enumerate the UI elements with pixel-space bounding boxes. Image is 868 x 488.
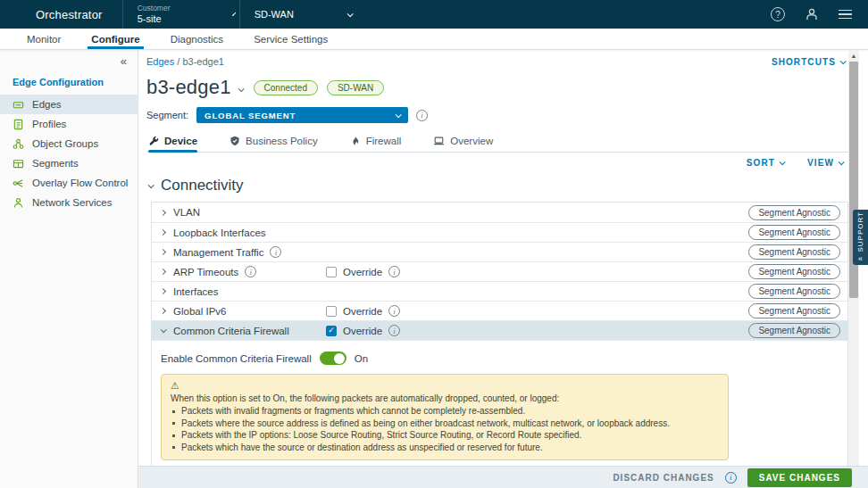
breadcrumb-edges-link[interactable]: Edges	[146, 56, 174, 67]
overlay-flow-icon	[13, 178, 24, 189]
segment-agnostic-badge: Segment Agnostic	[748, 264, 840, 279]
warning-icon: ⚠	[171, 380, 719, 392]
config-row-loopback-interfaces[interactable]: Loopback Interfaces Segment Agnostic	[152, 222, 847, 242]
save-changes-button[interactable]: SAVE CHANGES	[747, 468, 852, 487]
title-chevron-icon[interactable]	[238, 86, 244, 92]
nav-tab-monitor[interactable]: Monitor	[27, 29, 61, 49]
view-label: VIEW	[807, 158, 834, 168]
shortcuts-label: SHORTCUTS	[772, 57, 836, 67]
sort-dropdown[interactable]: SORT	[747, 158, 784, 168]
warning-box: ⚠ When this option is set to On, the fol…	[161, 374, 729, 460]
collapse-left-icon[interactable]: «	[121, 54, 127, 68]
sidebar-item-segments[interactable]: Segments	[0, 153, 138, 173]
view-dropdown[interactable]: VIEW	[807, 158, 843, 168]
sidebar-item-overlay-flow-control[interactable]: Overlay Flow Control	[0, 173, 138, 193]
row-label: ARP Timeouts	[173, 267, 238, 277]
sidebar-item-label: Overlay Flow Control	[32, 178, 128, 188]
override-checkbox[interactable]	[326, 306, 337, 317]
override-checkbox[interactable]	[326, 267, 337, 277]
override-label: Override	[343, 306, 382, 317]
sidebar-item-network-services[interactable]: Network Services	[0, 193, 138, 212]
config-row-global-ipv6[interactable]: Global IPv6 Override i Segment Agnostic	[152, 301, 847, 320]
sidebar-item-label: Object Groups	[32, 138, 98, 149]
info-icon[interactable]: i	[270, 246, 281, 258]
row-label: Interfaces	[173, 286, 219, 297]
customer-dropdown[interactable]: Customer 5-site	[123, 4, 239, 24]
customer-label: Customer	[138, 4, 171, 13]
shield-icon	[230, 136, 240, 146]
profile-icon	[13, 119, 24, 130]
enable-ccf-toggle[interactable]	[320, 352, 346, 365]
expand-left-icon: «	[858, 254, 863, 263]
tab-firewall[interactable]: Firewall	[350, 136, 402, 152]
chevron-down-icon	[232, 12, 236, 15]
segment-select[interactable]: GLOBAL SEGMENT	[196, 107, 408, 123]
info-icon[interactable]: i	[388, 305, 400, 317]
config-row-common-criteria-firewall[interactable]: Common Criteria Firewall ✓ Override i Se…	[152, 320, 847, 340]
orchestrator-window: Orchestrator Customer 5-site SD-WAN ? Mo…	[0, 0, 868, 488]
support-tab[interactable]: SUPPORT «	[853, 210, 868, 265]
segment-agnostic-badge: Segment Agnostic	[748, 244, 840, 260]
override-label: Override	[343, 267, 382, 277]
user-icon[interactable]	[805, 7, 819, 21]
override-label: Override	[343, 326, 382, 336]
main-content: Edges / b3-edge1 SHORTCUTS b3-edge1 Conn…	[138, 50, 848, 488]
sidebar-section-title: Edge Configuration	[0, 50, 138, 95]
config-row-arp-timeouts[interactable]: ARP Timeouts i Override i Segment Agnost…	[152, 261, 847, 281]
warning-item: Packets where the source address is defi…	[171, 418, 719, 428]
sort-label: SORT	[747, 158, 775, 168]
info-icon[interactable]: i	[725, 472, 737, 484]
page-title: b3-edge1	[146, 76, 231, 99]
status-badge-sdwan: SD-WAN	[327, 80, 384, 95]
discard-changes-button[interactable]: DISCARD CHANGES	[613, 473, 714, 483]
sidebar-item-label: Profiles	[32, 119, 66, 129]
network-services-icon	[13, 197, 24, 209]
warning-list: Packets with invalid fragments or fragme…	[171, 406, 719, 452]
tab-device[interactable]: Device	[148, 136, 197, 152]
tab-overview[interactable]: Overview	[433, 136, 493, 152]
sidebar-item-edges[interactable]: Edges	[0, 95, 138, 114]
chevron-right-icon	[160, 229, 166, 236]
help-icon[interactable]: ?	[771, 7, 785, 21]
sidebar-item-label: Segments	[32, 158, 79, 169]
status-badge-connected: Connected	[254, 80, 318, 95]
object-groups-icon	[13, 138, 24, 150]
screen-icon	[433, 136, 445, 146]
chevron-right-icon	[160, 308, 166, 314]
shortcuts-dropdown[interactable]: SHORTCUTS	[772, 57, 845, 67]
wrench-icon	[148, 136, 159, 146]
tab-business-policy[interactable]: Business Policy	[230, 136, 318, 152]
info-icon[interactable]: i	[388, 325, 400, 336]
warning-item: Packets with the IP options: Loose Sourc…	[171, 430, 719, 440]
sidebar-item-profiles[interactable]: Profiles	[0, 114, 138, 134]
row-label: Loopback Interfaces	[173, 227, 266, 238]
section-title: Connectivity	[161, 177, 244, 194]
service-value: SD-WAN	[255, 9, 294, 20]
sidebar-item-object-groups[interactable]: Object Groups	[0, 134, 138, 153]
warning-item: Packets which have the source or destina…	[171, 443, 719, 452]
info-icon[interactable]: i	[388, 266, 400, 277]
connectivity-box: VLAN Segment Agnostic Loopback Interface…	[151, 202, 848, 472]
chevron-down-icon	[839, 159, 845, 165]
info-icon[interactable]: i	[416, 110, 428, 121]
chevron-right-icon	[160, 288, 166, 294]
menu-icon[interactable]	[839, 10, 852, 20]
config-row-vlan[interactable]: VLAN Segment Agnostic	[152, 203, 847, 222]
customer-value: 5-site	[138, 13, 171, 25]
info-icon[interactable]: i	[245, 266, 256, 277]
config-row-management-traffic[interactable]: Management Traffic i Segment Agnostic	[152, 242, 847, 261]
nav-tab-diagnostics[interactable]: Diagnostics	[171, 29, 223, 49]
segment-agnostic-badge: Segment Agnostic	[748, 303, 840, 318]
nav-tab-service-settings[interactable]: Service Settings	[254, 29, 328, 49]
segments-icon	[13, 158, 24, 170]
service-dropdown[interactable]: SD-WAN	[240, 9, 366, 20]
nav-tab-configure[interactable]: Configure	[91, 29, 139, 49]
override-checkbox-checked[interactable]: ✓	[326, 326, 337, 336]
section-header-connectivity[interactable]: Connectivity	[148, 177, 848, 194]
breadcrumb-current: b3-edge1	[182, 56, 224, 67]
top-nav: Monitor Configure Diagnostics Service Se…	[0, 29, 868, 50]
segment-agnostic-badge: Segment Agnostic	[748, 284, 840, 299]
scroll-up-arrow-icon[interactable]: ▲	[848, 50, 859, 61]
support-label: SUPPORT	[856, 211, 864, 252]
config-row-interfaces[interactable]: Interfaces Segment Agnostic	[152, 281, 847, 301]
